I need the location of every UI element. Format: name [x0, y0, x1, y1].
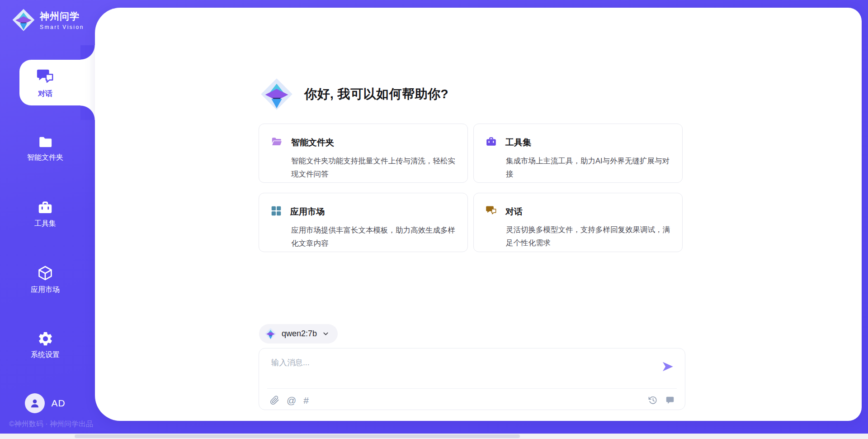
attach-file-button[interactable]: [270, 396, 279, 405]
card-title: 智能文件夹: [291, 137, 334, 148]
card-description: 智能文件夹功能支持批量文件上传与清洗，轻松实现文件问答: [291, 154, 456, 181]
chevron-down-icon: [322, 330, 330, 338]
folder-open-icon: [270, 136, 283, 149]
card-description: 灵活切换多模型文件，支持多样回复效果调试，满足个性化需求: [506, 223, 670, 249]
chat-bubble-icon: [665, 395, 675, 405]
sidebar-item-label: 智能文件夹: [27, 153, 63, 162]
sidebar-item-label: 应用市场: [31, 285, 60, 295]
card-title: 工具集: [505, 137, 531, 148]
sidebar-item-smart-folder[interactable]: 智能文件夹: [0, 134, 90, 162]
copyright-text: ©神州数码 · 神州问学出品: [9, 420, 93, 429]
avatar: [25, 393, 45, 413]
send-icon: [661, 360, 674, 373]
sidebar-item-toolset[interactable]: 工具集: [0, 200, 90, 229]
gear-icon: [37, 330, 54, 347]
sidebar-item-label: 对话: [38, 89, 52, 99]
feature-card-toolset[interactable]: 工具集 集成市场上主流工具，助力AI与外界无缝扩展与对接: [473, 124, 683, 183]
history-button[interactable]: [648, 396, 658, 405]
brand-subtitle: Smart Vision: [40, 24, 84, 30]
person-icon: [29, 397, 41, 409]
feature-card-smart-folder[interactable]: 智能文件夹 智能文件夹功能支持批量文件上传与清洗，轻松实现文件问答: [259, 124, 468, 183]
model-selector[interactable]: qwen2:7b: [259, 324, 338, 344]
sidebar-item-label: 工具集: [34, 219, 56, 229]
chat-icon: [485, 205, 497, 218]
brand-name: 神州问学: [40, 10, 84, 23]
paperclip-icon: [270, 396, 279, 405]
sidebar-item-app-market[interactable]: 应用市场: [0, 265, 90, 295]
main-panel: 你好, 我可以如何帮助你? 智能文件夹 智能文件夹功能支持批量文件上传与清洗，轻…: [95, 8, 862, 421]
sidebar-item-chat[interactable]: 对话: [0, 68, 90, 99]
composer-divider: [267, 388, 677, 389]
feature-card-chat[interactable]: 对话 灵活切换多模型文件，支持多样回复效果调试，满足个性化需求: [473, 193, 683, 252]
gem-logo-icon: [264, 328, 277, 340]
briefcase-icon: [485, 136, 497, 149]
sidebar-item-label: 系统设置: [31, 350, 60, 360]
card-description: 应用市场提供丰富长文本模板，助力高效生成多样化文章内容: [291, 224, 456, 250]
gem-logo-icon: [260, 77, 293, 111]
mention-button[interactable]: @: [287, 396, 296, 405]
send-button[interactable]: [661, 360, 674, 373]
feature-cards: 智能文件夹 智能文件夹功能支持批量文件上传与清洗，轻松实现文件问答 工具集 集: [259, 124, 683, 252]
greeting-text: 你好, 我可以如何帮助你?: [304, 86, 448, 103]
card-description: 集成市场上主流工具，助力AI与外界无缝扩展与对接: [506, 154, 670, 181]
cube-icon: [37, 265, 54, 282]
history-icon: [648, 396, 658, 405]
card-title: 对话: [505, 206, 523, 218]
hashtag-button[interactable]: #: [303, 396, 309, 405]
gem-logo-icon: [12, 8, 35, 32]
scrollbar-thumb[interactable]: [75, 434, 520, 438]
message-input[interactable]: 输入消息...: [271, 357, 653, 384]
sidebar-item-settings[interactable]: 系统设置: [0, 330, 90, 360]
app-grid-icon: [270, 205, 282, 219]
chat-icon: [36, 68, 55, 86]
briefcase-icon: [37, 200, 53, 216]
sidebar: 神州问学 Smart Vision 对话 智能文件夹: [0, 0, 95, 439]
chat-bubble-button[interactable]: [665, 395, 675, 405]
app-root: 神州问学 Smart Vision 对话 智能文件夹: [0, 0, 868, 439]
user-initials: AD: [51, 398, 65, 409]
folder-icon: [37, 134, 53, 150]
greeting: 你好, 我可以如何帮助你?: [260, 77, 448, 111]
brand-logo: 神州问学 Smart Vision: [12, 8, 84, 32]
horizontal-scrollbar[interactable]: [0, 434, 868, 439]
message-composer: 输入消息... @ #: [259, 348, 685, 410]
card-title: 应用市场: [290, 206, 325, 218]
model-name: qwen2:7b: [282, 329, 317, 339]
user-profile[interactable]: AD: [0, 393, 90, 413]
input-placeholder: 输入消息...: [271, 358, 310, 367]
feature-card-app-market[interactable]: 应用市场 应用市场提供丰富长文本模板，助力高效生成多样化文章内容: [259, 193, 468, 252]
